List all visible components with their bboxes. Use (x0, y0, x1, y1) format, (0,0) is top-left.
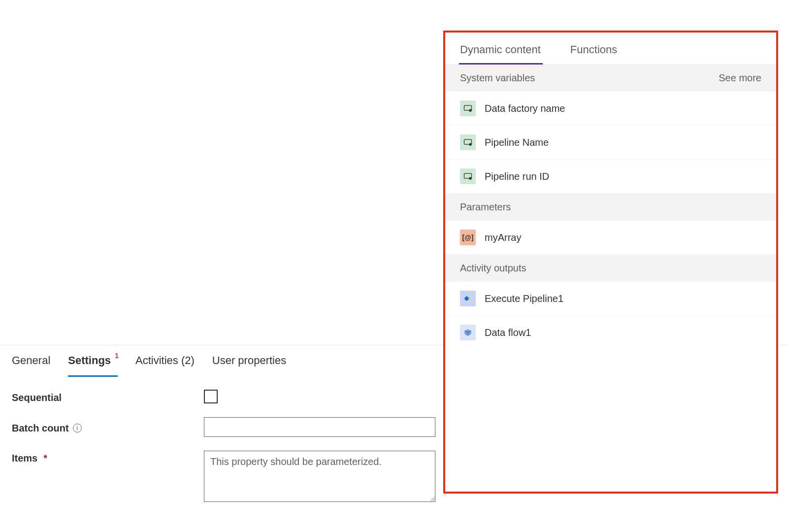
section-title-activity-outputs: Activity outputs (460, 263, 526, 274)
sysvar-label: Pipeline Name (485, 137, 549, 148)
activity-item-execute-pipeline1[interactable]: Execute Pipeline1 (445, 282, 776, 316)
param-label: myArray (485, 232, 521, 243)
data-flow-icon (460, 325, 476, 340)
svg-point-6 (464, 297, 468, 300)
tab-user-properties-label: User properties (212, 354, 286, 366)
tab-general-label: General (12, 354, 50, 366)
sysvar-item-pipeline-name[interactable]: Pipeline Name (445, 126, 776, 160)
execute-pipeline-icon (460, 291, 476, 306)
section-title-parameters: Parameters (460, 201, 511, 213)
panel-tab-functions-label: Functions (570, 43, 617, 56)
parameter-icon-text: [@] (462, 233, 474, 241)
info-icon[interactable]: i (73, 424, 82, 432)
label-sequential: Sequential (12, 390, 204, 403)
required-asterisk: * (43, 453, 47, 464)
parameter-icon: [@] (460, 230, 476, 245)
panel-tab-strip: Dynamic content Functions (445, 33, 776, 65)
batch-count-input[interactable] (204, 417, 435, 437)
section-header-activity-outputs: Activity outputs (445, 255, 776, 282)
svg-point-1 (469, 109, 471, 112)
tab-activities[interactable]: Activities (2) (135, 347, 195, 374)
panel-tab-dynamic-label: Dynamic content (460, 43, 541, 56)
tab-general[interactable]: General (12, 347, 50, 374)
param-item-myarray[interactable]: [@] myArray (445, 221, 776, 255)
section-header-parameters: Parameters (445, 194, 776, 221)
activity-item-data-flow1[interactable]: Data flow1 (445, 316, 776, 349)
tab-settings-underline (68, 375, 118, 377)
svg-point-5 (469, 177, 471, 180)
label-sequential-text: Sequential (12, 392, 62, 403)
dynamic-content-panel-highlight: Dynamic content Functions System variabl… (443, 31, 778, 494)
label-batch-count: Batch count i (12, 421, 204, 434)
tab-activities-label: Activities (2) (135, 354, 195, 366)
label-batch-count-text: Batch count (12, 423, 69, 434)
label-items: Items * (12, 451, 204, 464)
items-input[interactable] (204, 451, 435, 502)
panel-tab-dynamic-content[interactable]: Dynamic content (460, 43, 541, 64)
activity-label: Execute Pipeline1 (485, 293, 563, 304)
sysvar-item-data-factory-name[interactable]: Data factory name (445, 92, 776, 126)
label-items-text: Items (12, 453, 37, 464)
tab-settings[interactable]: Settings 1 (68, 347, 118, 374)
panel-tab-functions[interactable]: Functions (570, 43, 617, 64)
sysvar-label: Data factory name (485, 103, 565, 114)
tab-user-properties[interactable]: User properties (212, 347, 286, 374)
tab-settings-label: Settings (68, 354, 111, 366)
see-more-system-variables[interactable]: See more (719, 72, 761, 84)
sysvar-label: Pipeline run ID (485, 171, 549, 182)
sequential-checkbox[interactable] (204, 390, 218, 403)
panel-tab-dynamic-underline (459, 63, 543, 65)
system-variable-icon (460, 168, 476, 184)
activity-label: Data flow1 (485, 327, 531, 338)
sysvar-item-pipeline-run-id[interactable]: Pipeline run ID (445, 160, 776, 194)
section-title-system-variables: System variables (460, 72, 535, 84)
tab-settings-badge: 1 (115, 352, 119, 360)
system-variable-icon (460, 100, 476, 116)
system-variable-icon (460, 134, 476, 150)
dynamic-content-panel: Dynamic content Functions System variabl… (445, 33, 776, 492)
section-header-system-variables: System variables See more (445, 65, 776, 92)
svg-point-3 (469, 143, 471, 146)
